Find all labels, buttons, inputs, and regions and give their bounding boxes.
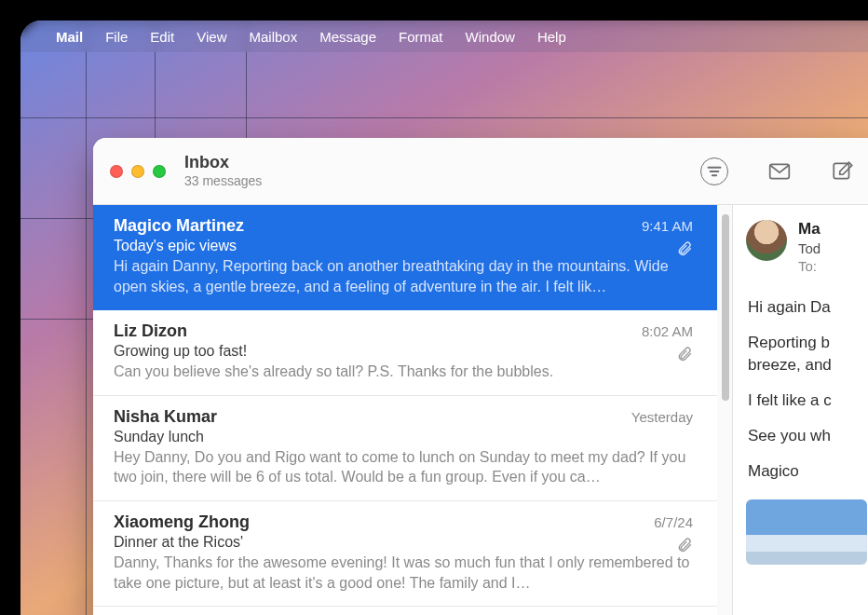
message-sender: Nisha Kumar <box>114 407 217 427</box>
sender-avatar[interactable] <box>746 220 787 261</box>
reading-sender: Ma <box>798 220 821 239</box>
mailbox-subtitle: 33 messages <box>184 173 262 189</box>
body-line: Reporting b <box>748 334 868 352</box>
message-list: Magico Martinez 9:41 AM Today's epic vie… <box>93 205 732 615</box>
window-titlebar: Inbox 33 messages <box>93 138 868 205</box>
body-line: See you wh <box>748 427 868 445</box>
reading-subject: Tod <box>798 240 821 256</box>
message-sender: Liz Dizon <box>114 321 187 341</box>
message-preview: Hey Danny, Do you and Rigo want to come … <box>114 447 693 487</box>
message-subject: Growing up too fast! <box>114 343 693 360</box>
message-row[interactable]: Magico Martinez 9:41 AM Today's epic vie… <box>93 205 717 310</box>
message-preview: Danny, Thanks for the awesome evening! I… <box>114 553 693 593</box>
message-row[interactable]: Xiaomeng Zhong 6/7/24 Dinner at the Rico… <box>93 501 717 607</box>
menubar-item-format[interactable]: Format <box>387 25 454 48</box>
window-controls <box>110 165 166 178</box>
close-button[interactable] <box>110 165 123 178</box>
scrollbar-track[interactable] <box>717 205 732 615</box>
menubar-item-view[interactable]: View <box>185 25 237 48</box>
message-date: 8:02 AM <box>642 323 693 339</box>
message-row[interactable]: Nisha Kumar Yesterday Sunday lunch Hey D… <box>93 396 717 501</box>
fullscreen-button[interactable] <box>153 165 166 178</box>
message-date: 9:41 AM <box>642 218 693 234</box>
menubar-app[interactable]: Mail <box>45 25 94 48</box>
message-row[interactable]: Liz Dizon 8:02 AM Growing up too fast! C… <box>93 310 717 396</box>
message-sender: Magico Martinez <box>114 216 244 236</box>
message-subject: Dinner at the Ricos' <box>114 534 693 551</box>
message-date: Yesterday <box>631 409 693 425</box>
compose-icon[interactable] <box>831 159 855 184</box>
paperclip-icon <box>676 346 693 366</box>
filter-icon[interactable] <box>700 157 728 185</box>
reading-body: Hi again Da Reporting b breeze, and I fe… <box>746 298 868 481</box>
image-attachment-thumbnail[interactable] <box>746 499 867 565</box>
menubar-item-file[interactable]: File <box>94 25 139 48</box>
menubar-item-message[interactable]: Message <box>308 25 387 48</box>
reading-to-label: To: <box>798 258 821 274</box>
message-subject: Today's epic views <box>114 238 693 254</box>
message-sender: Xiaomeng Zhong <box>114 512 250 532</box>
reading-pane: Ma Tod To: Hi again Da Reporting b breez… <box>732 205 868 615</box>
mail-window: Inbox 33 messages <box>93 138 868 615</box>
scrollbar-thumb[interactable] <box>722 214 729 401</box>
envelope-icon[interactable] <box>767 159 792 184</box>
message-preview: Can you believe she's already so tall? P… <box>114 362 693 382</box>
body-line: breeze, and <box>748 356 868 375</box>
paperclip-icon <box>676 240 693 261</box>
body-line: Magico <box>748 462 868 481</box>
menubar-item-mailbox[interactable]: Mailbox <box>237 25 308 48</box>
paperclip-icon <box>676 537 693 557</box>
message-subject: Sunday lunch <box>114 429 693 445</box>
menubar-item-window[interactable]: Window <box>454 25 526 48</box>
minimize-button[interactable] <box>131 165 144 178</box>
menubar-item-edit[interactable]: Edit <box>139 25 185 48</box>
body-line: I felt like a c <box>748 391 868 410</box>
menubar-item-help[interactable]: Help <box>526 25 577 48</box>
message-date: 6/7/24 <box>654 514 693 530</box>
body-line: Hi again Da <box>748 298 868 317</box>
system-menubar: Mail File Edit View Mailbox Message Form… <box>20 20 868 52</box>
message-preview: Hi again Danny, Reporting back on anothe… <box>114 256 693 296</box>
mailbox-title: Inbox <box>184 153 262 173</box>
